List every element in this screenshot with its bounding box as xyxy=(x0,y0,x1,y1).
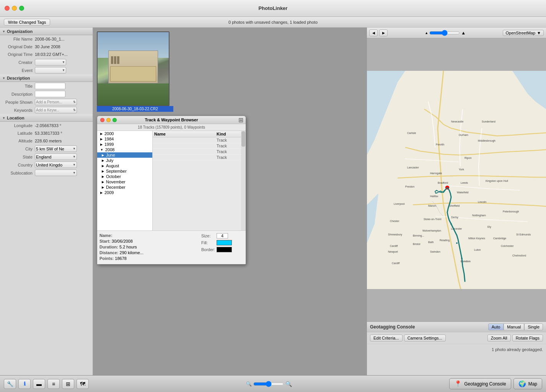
geo-manual-button[interactable]: Manual xyxy=(504,323,524,330)
tree-arrow-october: ▶ xyxy=(102,175,104,178)
maximize-button[interactable] xyxy=(19,6,24,11)
map-forward-button[interactable]: ▶ xyxy=(379,29,388,36)
svg-text:Lincoln: Lincoln xyxy=(478,201,486,203)
original-date-label: Original Date xyxy=(2,44,35,49)
tree-item-2000[interactable]: ▶2000 xyxy=(97,131,152,136)
write-tags-button[interactable]: Write Changed Tags xyxy=(4,19,50,26)
svg-text:Sunderland: Sunderland xyxy=(482,120,495,123)
map-zoom-slider[interactable] xyxy=(429,30,460,36)
thumbnail-size-slider[interactable] xyxy=(253,381,284,387)
keywords-label: Keywords xyxy=(2,108,35,113)
keywords-select[interactable]: Add a Keyw... ⇅ xyxy=(35,107,77,113)
country-select[interactable]: United Kingdo ▼ xyxy=(35,162,77,168)
list-button[interactable]: ≡ xyxy=(47,379,60,389)
keywords-placeholder: Add a Keyw... xyxy=(36,108,59,112)
name-column-header: Name xyxy=(154,132,217,136)
table-button[interactable]: ▬ xyxy=(33,379,45,389)
organization-section-header[interactable]: ▼ Organization xyxy=(0,28,93,35)
svg-text:Ely: Ely xyxy=(487,225,491,229)
track-row-3[interactable]: Track xyxy=(153,149,241,155)
tree-item-1999[interactable]: ▶1999 xyxy=(97,142,152,147)
track-duration-label: Duration: xyxy=(99,245,118,249)
tree-item-2008[interactable]: ▼2008 xyxy=(97,147,152,152)
tree-item-november[interactable]: ▶November xyxy=(97,179,152,185)
tree-item-july[interactable]: ▶July xyxy=(97,158,152,163)
description-section-header[interactable]: ▼ Description xyxy=(0,74,93,82)
map-type-selector[interactable]: OpenStreetMap ▼ xyxy=(503,30,544,36)
track-resize-icon[interactable]: ⊞ xyxy=(238,116,243,124)
grid-button[interactable]: ⊞ xyxy=(62,379,74,389)
svg-text:Wolverhampton: Wolverhampton xyxy=(422,229,441,232)
description-input[interactable] xyxy=(35,91,65,97)
bottom-toolbar-left: 🔧 ℹ ▬ ≡ ⊞ 🗺 xyxy=(4,379,89,389)
state-arrow-icon: ▼ xyxy=(73,155,76,158)
geo-console-title: Geotagging Console xyxy=(370,324,415,330)
tree-item-1984[interactable]: ▶1984 xyxy=(97,136,152,142)
tree-item-december[interactable]: ▶December xyxy=(97,185,152,190)
titlebar: PhotoLinker xyxy=(0,0,546,17)
track-name-label: Name: xyxy=(99,233,112,238)
kind-column-header: Kind xyxy=(217,132,240,136)
map-back-button[interactable]: ◀ xyxy=(369,29,378,36)
geotagging-console-toggle[interactable]: 📍 Geotagging Console xyxy=(449,378,511,389)
map-thumb-button[interactable]: 🗺 xyxy=(77,379,89,389)
geo-auto-button[interactable]: Auto xyxy=(488,323,504,330)
track-fill-color[interactable] xyxy=(217,240,232,245)
track-maximize-button[interactable] xyxy=(112,118,117,122)
country-row: Country United Kingdo ▼ xyxy=(0,161,93,169)
svg-text:Carlisle: Carlisle xyxy=(407,132,416,134)
tree-arrow-september: ▶ xyxy=(102,170,104,173)
track-minimize-button[interactable] xyxy=(106,118,111,122)
svg-text:Luton: Luton xyxy=(474,248,481,251)
map-container[interactable]: Carlisle Newcastle Sunderland Durham Pen… xyxy=(367,38,546,322)
geo-status-text: 1 photo already geotagged. xyxy=(492,347,543,352)
creator-select[interactable]: ▼ xyxy=(35,59,66,65)
track-row-1[interactable]: Track xyxy=(153,137,241,143)
title-label: Title xyxy=(2,84,35,88)
city-select[interactable]: 5 km SW of Ne ▼ xyxy=(35,145,77,152)
track-row-4[interactable]: Track xyxy=(153,155,241,160)
camera-settings-button[interactable]: Camera Settings... xyxy=(404,335,446,341)
country-label: Country xyxy=(2,163,35,167)
state-select[interactable]: England ▼ xyxy=(35,154,77,160)
track-size-input[interactable] xyxy=(217,233,228,238)
country-arrow-icon: ▼ xyxy=(73,163,76,167)
edit-criteria-button[interactable]: Edit Criteria... xyxy=(370,335,403,341)
photo-container[interactable]: 2008-06-30_18-03-22.CR2 xyxy=(97,31,173,112)
rotate-flags-button[interactable]: Rotate Flags xyxy=(512,335,543,341)
city-value: 5 km SW of Ne xyxy=(36,147,64,151)
geo-single-button[interactable]: Single xyxy=(524,323,543,330)
track-browser: Track & Waypoint Browser ⊞ 18 Tracks (15… xyxy=(97,116,246,265)
track-close-button[interactable] xyxy=(100,118,104,122)
tools-button[interactable]: 🔧 xyxy=(4,379,16,389)
map-type-arrow-icon: ▼ xyxy=(537,31,541,35)
tree-item-2009[interactable]: ▶2009 xyxy=(97,190,152,195)
tree-item-august[interactable]: ▶August xyxy=(97,163,152,168)
track-row-2[interactable]: Track xyxy=(153,143,241,149)
track-browser-titlebar: Track & Waypoint Browser ⊞ xyxy=(97,116,246,124)
track-name-row: Name: xyxy=(99,233,197,238)
track-subtitle: 18 Tracks (157809 points), 0 Waypoints xyxy=(97,124,246,131)
track-list-scrollbar[interactable] xyxy=(241,131,246,230)
minimize-button[interactable] xyxy=(12,6,17,11)
info-button[interactable]: ℹ xyxy=(18,379,31,389)
photo-thumbnail[interactable] xyxy=(97,31,170,106)
people-shown-select[interactable]: Add a Person... ⇅ xyxy=(35,99,77,105)
statusbar: Write Changed Tags 0 photos with unsaved… xyxy=(0,17,546,28)
location-section-header[interactable]: ▼ Location xyxy=(0,114,93,122)
tree-item-october[interactable]: ▶October xyxy=(97,174,152,179)
sublocation-select[interactable]: ▼ xyxy=(35,170,77,176)
zoom-all-button[interactable]: Zoom All xyxy=(487,335,511,341)
close-button[interactable] xyxy=(5,6,10,11)
map-toggle[interactable]: 🌍 Map xyxy=(513,378,542,389)
state-value: England xyxy=(36,155,51,159)
title-input[interactable] xyxy=(35,83,65,89)
tree-item-september[interactable]: ▶September xyxy=(97,168,152,174)
svg-point-46 xyxy=(450,223,452,225)
tree-item-june[interactable]: ▶June xyxy=(97,152,152,158)
track-border-row: Border: xyxy=(201,247,243,252)
track-border-color[interactable] xyxy=(217,247,232,252)
event-select[interactable]: ▼ xyxy=(35,67,66,74)
tree-arrow-2008: ▼ xyxy=(100,148,103,152)
photo-caption[interactable]: 2008-06-30_18-03-22.CR2 xyxy=(97,106,173,112)
